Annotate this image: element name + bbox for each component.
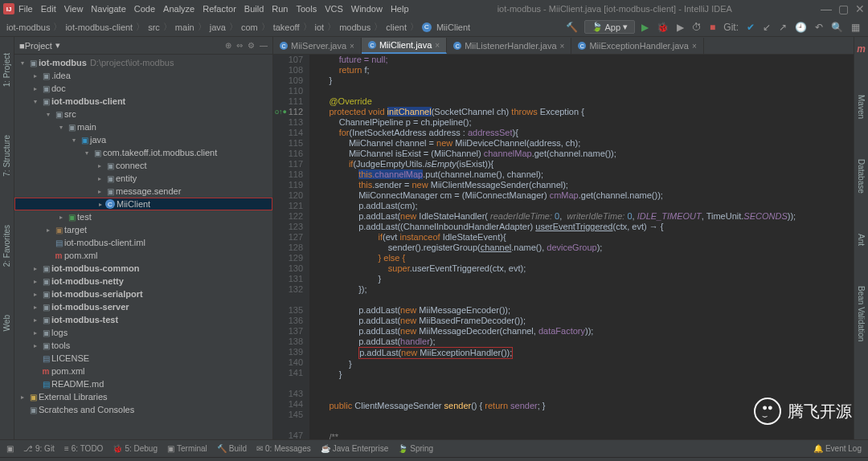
database-tool-button[interactable]: Database xyxy=(857,159,866,194)
project-tool-button[interactable]: 1: Project xyxy=(2,53,11,87)
breadcrumb[interactable]: iot-modbus〉 iot-modbus-client〉 src〉 main… xyxy=(6,21,470,33)
tree-item[interactable]: ▸▣iot-modbus-server xyxy=(14,300,272,313)
tab-miiexceptionhandler[interactable]: CMiiExceptionHandler.java× xyxy=(571,38,703,54)
hide-icon[interactable]: — xyxy=(260,41,268,50)
tree-item[interactable]: ▸▣logs xyxy=(14,326,272,339)
tree-external-libraries[interactable]: ▸▣External Libraries xyxy=(14,390,272,403)
crumb[interactable]: MiiClient xyxy=(436,22,470,32)
tab-miiclient[interactable]: CMiiClient.java× xyxy=(362,38,447,54)
tree-scratches[interactable]: ▣Scratches and Consoles xyxy=(14,403,272,416)
crumb[interactable]: src xyxy=(148,22,160,32)
menu-vcs[interactable]: VCS xyxy=(325,4,343,14)
maven-tool-label[interactable]: Maven xyxy=(857,95,866,119)
tree-item[interactable]: ▾▣main xyxy=(14,120,272,133)
history-icon[interactable]: 🕘 xyxy=(793,22,809,33)
structure-tool-button[interactable]: 7: Structure xyxy=(2,135,11,177)
menu-tools[interactable]: Tools xyxy=(296,4,317,14)
run-icon[interactable]: ▶ xyxy=(640,22,650,33)
tree-item[interactable]: ▸▣.idea xyxy=(14,69,272,82)
tree-item[interactable]: mpom.xml xyxy=(14,365,272,377)
tree-item[interactable]: ▤LICENSE xyxy=(14,352,272,365)
tree-item[interactable]: ▾▣src xyxy=(14,108,272,120)
tree-item[interactable]: ▤README.md xyxy=(14,377,272,390)
crumb[interactable]: iot xyxy=(315,22,325,32)
crumb[interactable]: takeoff xyxy=(273,22,300,32)
crumb[interactable]: iot-modbus xyxy=(6,22,50,32)
maven-tool-button[interactable]: m xyxy=(857,43,866,55)
expand-icon[interactable]: ⊕ xyxy=(225,41,231,50)
web-tool-button[interactable]: Web xyxy=(2,315,11,331)
tree-item[interactable]: ▾▣java xyxy=(14,133,272,146)
tree-item[interactable]: ▸▣iot-modbus-netty xyxy=(14,275,272,288)
tree-item[interactable]: mpom.xml xyxy=(14,249,272,262)
tree-item[interactable]: ▸▣connect xyxy=(14,159,272,172)
tool-event-log[interactable]: 🔔 Event Log xyxy=(813,444,862,453)
menu-code[interactable]: Code xyxy=(134,4,155,14)
vcs-push-icon[interactable]: ↗ xyxy=(777,22,788,33)
crumb[interactable]: iot-modbus-client xyxy=(65,22,133,32)
maximize-icon[interactable]: ▢ xyxy=(838,2,849,15)
menu-navigate[interactable]: Navigate xyxy=(91,4,125,14)
debug-icon[interactable]: 🐞 xyxy=(655,22,670,33)
tree-item[interactable]: ▸▣test xyxy=(14,210,272,223)
menu-file[interactable]: File xyxy=(18,4,33,14)
code-editor[interactable]: future = null; return f; } @Override pro… xyxy=(309,55,854,439)
tree-root[interactable]: ▾▣iot-modbusD:\project\iot-modbus xyxy=(14,56,272,69)
gear-icon[interactable]: ⚙ xyxy=(248,41,255,50)
line-gutter[interactable]: 107108109110111o↑●1121131141151161171181… xyxy=(273,55,309,439)
vcs-commit-icon[interactable]: ↙ xyxy=(761,22,772,33)
menu-view[interactable]: View xyxy=(64,4,84,14)
tree-item[interactable]: ▸▣entity xyxy=(14,172,272,185)
collapse-icon[interactable]: ⇔ xyxy=(236,41,243,50)
menu-analyze[interactable]: Analyze xyxy=(163,4,194,14)
close-icon[interactable]: ✕ xyxy=(855,2,865,15)
ant-tool-button[interactable]: Ant xyxy=(857,234,866,246)
vcs-update-icon[interactable]: ✔ xyxy=(745,22,756,33)
tree-item[interactable]: ▤iot-modbus-client.iml xyxy=(14,236,272,249)
tool-java-enterprise[interactable]: ☕ Java Enterprise xyxy=(321,444,388,453)
tree-item[interactable]: ▸▣target xyxy=(14,223,272,236)
tree-item[interactable]: ▸▣tools xyxy=(14,339,272,352)
crumb[interactable]: client xyxy=(386,22,407,32)
tree-item[interactable]: ▸▣iot-modbus-test xyxy=(14,313,272,326)
tree-item[interactable]: ▾▣iot-modbus-client xyxy=(14,95,272,108)
profile-icon[interactable]: ⏱ xyxy=(690,22,703,33)
search-icon[interactable]: 🔍 xyxy=(829,22,845,33)
crumb[interactable]: com xyxy=(241,22,258,32)
menu-window[interactable]: Window xyxy=(351,4,383,14)
crumb[interactable]: modbus xyxy=(339,22,371,32)
close-icon[interactable]: × xyxy=(560,42,565,51)
revert-icon[interactable]: ↶ xyxy=(813,22,825,33)
tool-git[interactable]: ⎇ 9: Git xyxy=(23,444,55,453)
run-config-selector[interactable]: 🍃App▾ xyxy=(584,20,636,34)
tool-messages[interactable]: ✉ 0: Messages xyxy=(256,444,311,453)
tab-miilistenerhandler[interactable]: CMiiListenerHandler.java× xyxy=(447,38,571,54)
bean-validation-button[interactable]: Bean Validation xyxy=(857,286,866,341)
favorites-tool-button[interactable]: 2: Favorites xyxy=(2,225,11,267)
tool-todo[interactable]: ≡ 6: TODO xyxy=(64,444,104,453)
stop-icon[interactable]: ■ xyxy=(708,22,717,33)
close-icon[interactable]: × xyxy=(435,41,440,50)
coverage-icon[interactable]: ▶ xyxy=(675,22,686,33)
tool-debug[interactable]: 🐞 5: Debug xyxy=(113,444,158,453)
crumb[interactable]: main xyxy=(175,22,194,32)
tree-item[interactable]: ▸▣iot-modbus-serialport xyxy=(14,288,272,300)
menu-build[interactable]: Build xyxy=(244,4,264,14)
menu-help[interactable]: Help xyxy=(391,4,409,14)
project-tree[interactable]: ▾▣iot-modbusD:\project\iot-modbus ▸▣.ide… xyxy=(14,55,272,439)
tool-build[interactable]: 🔨 Build xyxy=(217,444,247,453)
tree-item-selected-miiclient[interactable]: ▸CMiiClient xyxy=(14,198,272,210)
close-icon[interactable]: × xyxy=(350,42,354,51)
minimize-icon[interactable]: — xyxy=(821,2,832,15)
tool-terminal[interactable]: ▣ Terminal xyxy=(167,444,207,453)
menu-edit[interactable]: Edit xyxy=(41,4,56,14)
tree-item[interactable]: ▸▣doc xyxy=(14,82,272,95)
settings-icon[interactable]: ▦ xyxy=(850,22,862,33)
build-icon[interactable]: 🔨 xyxy=(564,22,579,33)
close-icon[interactable]: × xyxy=(692,42,697,51)
menu-refactor[interactable]: Refactor xyxy=(203,4,236,14)
crumb[interactable]: java xyxy=(210,22,226,32)
tool-spring[interactable]: 🍃 Spring xyxy=(398,444,433,453)
tree-item[interactable]: ▸▣message.sender xyxy=(14,185,272,198)
menu-run[interactable]: Run xyxy=(272,4,288,14)
